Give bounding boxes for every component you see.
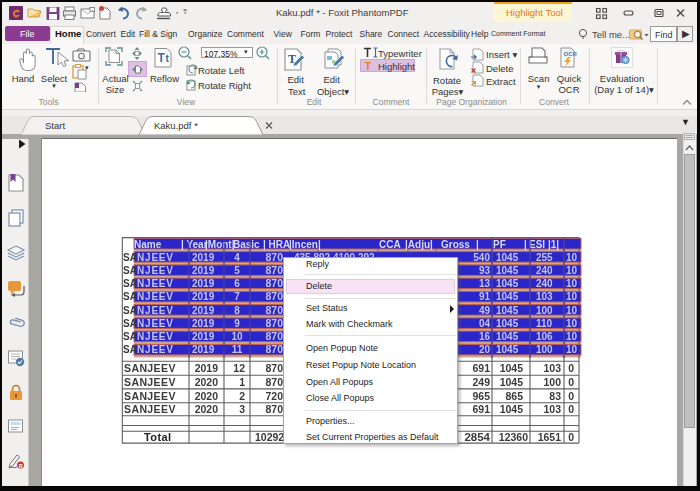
svg-text:NJEEV: NJEEV bbox=[137, 344, 174, 355]
svg-text:10: 10 bbox=[566, 318, 578, 329]
svg-text:6: 6 bbox=[234, 278, 240, 289]
svg-text:1045: 1045 bbox=[496, 265, 519, 276]
svg-text:1045: 1045 bbox=[500, 362, 524, 374]
svg-text:870: 870 bbox=[265, 317, 283, 329]
svg-text:SA: SA bbox=[123, 318, 137, 329]
svg-text:1045: 1045 bbox=[496, 278, 519, 289]
svg-text:691: 691 bbox=[472, 403, 490, 415]
svg-text:|: | bbox=[524, 239, 527, 250]
svg-text:249: 249 bbox=[472, 376, 490, 388]
svg-text:SANJEEV: SANJEEV bbox=[124, 362, 176, 374]
svg-text:2019: 2019 bbox=[192, 331, 215, 342]
svg-text:1045: 1045 bbox=[496, 291, 519, 302]
svg-text:100: 100 bbox=[536, 344, 553, 355]
svg-text:1651: 1651 bbox=[538, 431, 562, 443]
svg-text:|Mont|: |Mont| bbox=[205, 239, 235, 250]
svg-text:91: 91 bbox=[479, 291, 491, 302]
svg-text:2: 2 bbox=[239, 390, 245, 402]
svg-text:1045: 1045 bbox=[496, 318, 519, 329]
svg-text:103: 103 bbox=[536, 291, 553, 302]
svg-text:870: 870 bbox=[265, 264, 283, 276]
svg-text:1: 1 bbox=[239, 376, 245, 388]
svg-text:2019: 2019 bbox=[192, 265, 215, 276]
svg-text:NJEEV: NJEEV bbox=[137, 252, 174, 263]
svg-text:106: 106 bbox=[536, 331, 553, 342]
svg-text:NJEEV: NJEEV bbox=[137, 318, 174, 329]
svg-text:10: 10 bbox=[231, 331, 243, 342]
svg-text:10: 10 bbox=[566, 265, 578, 276]
svg-text:2854: 2854 bbox=[464, 431, 490, 443]
svg-text:2019: 2019 bbox=[192, 318, 215, 329]
svg-text:1045: 1045 bbox=[496, 344, 519, 355]
svg-text:4: 4 bbox=[234, 252, 240, 263]
svg-text:8: 8 bbox=[234, 305, 240, 316]
svg-text:|: | bbox=[476, 239, 479, 250]
svg-text:103: 103 bbox=[543, 362, 561, 374]
svg-text:93: 93 bbox=[479, 265, 491, 276]
svg-text:|Adju|: |Adju| bbox=[405, 239, 433, 250]
svg-text:11: 11 bbox=[232, 344, 243, 355]
svg-text:3: 3 bbox=[239, 403, 245, 415]
svg-text:240: 240 bbox=[536, 278, 553, 289]
svg-text:0: 0 bbox=[568, 431, 574, 443]
svg-text:2019: 2019 bbox=[192, 291, 215, 302]
svg-text:10: 10 bbox=[566, 331, 578, 342]
svg-text:83: 83 bbox=[549, 390, 561, 402]
svg-text:2019: 2019 bbox=[192, 252, 215, 263]
svg-text:870: 870 bbox=[265, 277, 283, 289]
svg-text:SA: SA bbox=[123, 252, 137, 263]
svg-text:Total: Total bbox=[144, 431, 171, 443]
svg-text:9: 9 bbox=[234, 318, 240, 329]
svg-text:7: 7 bbox=[234, 291, 240, 302]
svg-text:12: 12 bbox=[233, 362, 245, 374]
svg-text:10: 10 bbox=[566, 252, 578, 263]
svg-text:255: 255 bbox=[536, 252, 553, 263]
svg-text:10: 10 bbox=[566, 291, 578, 302]
svg-text:870: 870 bbox=[265, 290, 283, 302]
svg-text:SANJEEV: SANJEEV bbox=[124, 390, 176, 402]
svg-text:691: 691 bbox=[472, 362, 490, 374]
svg-text:ESI: ESI bbox=[529, 239, 545, 250]
svg-text:|Incen|: |Incen| bbox=[289, 239, 321, 250]
svg-text:540: 540 bbox=[473, 252, 490, 263]
svg-text:2020: 2020 bbox=[195, 376, 219, 388]
svg-text:NJEEV: NJEEV bbox=[137, 265, 174, 276]
svg-text:2019: 2019 bbox=[192, 305, 215, 316]
svg-text:10: 10 bbox=[566, 278, 578, 289]
svg-text:110: 110 bbox=[536, 318, 553, 329]
svg-text:SANJEEV: SANJEEV bbox=[124, 403, 176, 415]
svg-text:103: 103 bbox=[543, 403, 561, 415]
svg-text:10: 10 bbox=[566, 305, 578, 316]
svg-text:0: 0 bbox=[568, 390, 574, 402]
svg-text:2020: 2020 bbox=[195, 390, 219, 402]
svg-text:20: 20 bbox=[479, 344, 491, 355]
svg-text:1045: 1045 bbox=[496, 331, 519, 342]
svg-text:NJEEV: NJEEV bbox=[137, 291, 174, 302]
svg-text:13: 13 bbox=[479, 278, 491, 289]
svg-text:1045: 1045 bbox=[496, 305, 519, 316]
svg-text:2020: 2020 bbox=[195, 403, 219, 415]
svg-text:1045: 1045 bbox=[496, 252, 519, 263]
svg-text:870: 870 bbox=[265, 362, 283, 374]
svg-text:NJEEV: NJEEV bbox=[137, 331, 174, 342]
svg-text:PF: PF bbox=[493, 239, 506, 250]
svg-text:870: 870 bbox=[265, 343, 283, 355]
svg-text:SA: SA bbox=[123, 278, 137, 289]
svg-text:Gross: Gross bbox=[441, 239, 470, 250]
svg-text:16: 16 bbox=[479, 331, 491, 342]
svg-text:NJEEV: NJEEV bbox=[137, 305, 174, 316]
svg-text:SA: SA bbox=[123, 305, 137, 316]
svg-text:SA: SA bbox=[123, 344, 137, 355]
svg-text:0: 0 bbox=[568, 403, 574, 415]
svg-text:870: 870 bbox=[265, 251, 283, 263]
svg-text:0: 0 bbox=[568, 362, 574, 374]
svg-text:SA: SA bbox=[123, 265, 137, 276]
svg-text:1045: 1045 bbox=[500, 376, 524, 388]
svg-text:SA: SA bbox=[123, 331, 137, 342]
svg-text:| HRA: | HRA bbox=[263, 239, 290, 250]
svg-text:49: 49 bbox=[479, 305, 491, 316]
svg-text:12360: 12360 bbox=[499, 431, 528, 443]
svg-text:Basic: Basic bbox=[233, 239, 260, 250]
svg-text:720: 720 bbox=[265, 390, 283, 402]
svg-text:2019: 2019 bbox=[195, 362, 219, 374]
